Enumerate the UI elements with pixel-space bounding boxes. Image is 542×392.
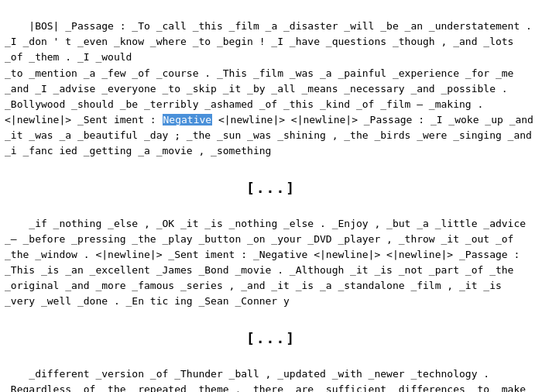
main-content: |BOS| _Passage : _To _call _this _film _… [0,0,542,392]
passage-text-3: _different _version _of _Thunder _ball ,… [5,368,532,392]
passage-block-2: _if _nothing _else , _OK _it _is _nothin… [5,201,537,325]
sentiment-negative-1: Negative [163,114,213,126]
passage-block-1: |BOS| _Passage : _To _call _this _film _… [5,3,537,175]
ellipsis-1: [...] [5,180,537,196]
passage-block-3: _different _version _of _Thunder _ball ,… [5,351,537,392]
passage-text-2: _if _nothing _else , _OK _it _is _nothin… [5,218,532,308]
ellipsis-2: [...] [5,330,537,346]
passage-text-1a: |BOS| _Passage : _To _call _this _film _… [5,20,538,126]
